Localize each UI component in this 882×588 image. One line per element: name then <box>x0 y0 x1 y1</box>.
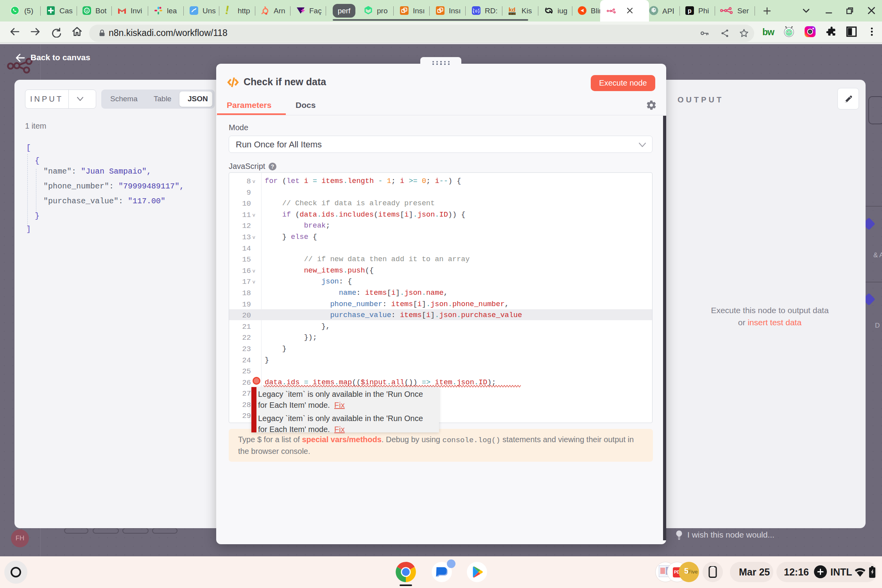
svg-text:kd: kd <box>509 6 516 13</box>
svg-text:tick tock: tick tock <box>509 13 516 15</box>
svg-text:{0}: {0} <box>472 9 480 14</box>
svg-text:?: ? <box>271 163 274 170</box>
svg-text:p: p <box>688 7 692 14</box>
